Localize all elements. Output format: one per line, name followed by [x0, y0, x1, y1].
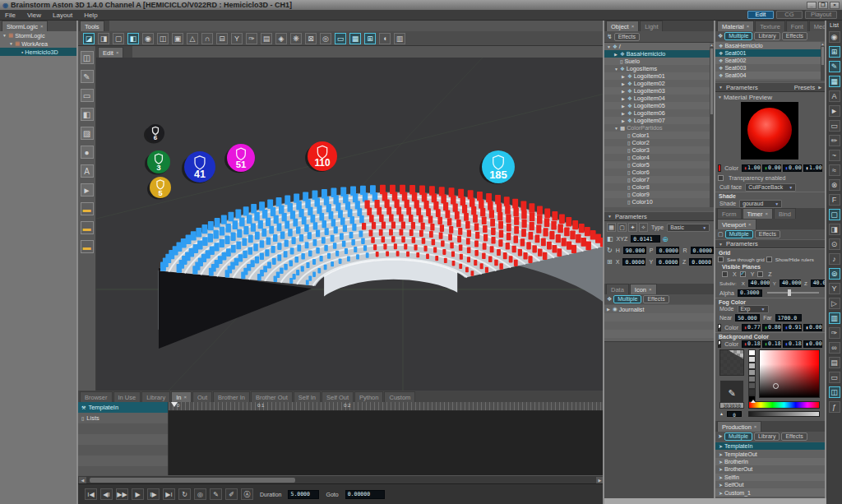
scrollbar-thumb[interactable] [710, 49, 713, 114]
region-select-tool-icon[interactable]: ▣ [172, 33, 183, 44]
alpha-gradient-bar[interactable] [748, 411, 820, 417]
value-field[interactable]: 0.3000 [738, 289, 762, 297]
play-circle-icon[interactable]: ▷ [829, 298, 840, 309]
sidebar-item-hemiciclo3d[interactable]: ▪Hemiciclo3D [0, 48, 76, 56]
camera-icon[interactable]: ◨ [829, 224, 840, 235]
sequencer-tool-icon[interactable]: ▥ [394, 33, 405, 44]
production-item-selfout[interactable]: ➤SelfOut [715, 481, 825, 488]
minimize-button[interactable]: _ [807, 2, 817, 9]
key-icon[interactable]: ⊙ [829, 238, 840, 250]
material-item-basahemiciclo[interactable]: ❖BasaHemiciclo [715, 42, 825, 49]
chevron-right-icon[interactable]: ▶ [622, 81, 627, 86]
chevron-right-icon[interactable]: ▶ [622, 89, 627, 94]
object-item-color8[interactable]: ▯Color8 [604, 183, 714, 191]
object-item-logoitem01[interactable]: ▶❖LogoItem01 [604, 72, 714, 80]
party-badge[interactable]: 110 [305, 141, 337, 172]
value-field[interactable]: ▮1.00 [803, 164, 822, 172]
checkbox[interactable] [722, 271, 728, 277]
path3d-icon[interactable]: ~ [829, 150, 840, 161]
tab-light[interactable]: Light [640, 21, 663, 31]
chevron-right-icon[interactable]: ▶ [614, 52, 620, 57]
chip-effects[interactable]: Effects [781, 432, 807, 441]
object-item-logoitem07[interactable]: ▶❖LogoItem07 [604, 117, 714, 124]
fast-forward-button[interactable]: ▶▶ [116, 488, 128, 500]
close-button[interactable]: × [830, 2, 840, 9]
balloon-icon[interactable]: ✏ [829, 135, 840, 146]
chip-multiple[interactable]: Multiple [725, 230, 753, 238]
material-item-seat003[interactable]: ❖Seat003 [715, 64, 825, 72]
music-icon[interactable]: ♪ [829, 253, 840, 265]
goto-field[interactable]: 0.00000 [345, 490, 385, 499]
duplicate-tool-icon[interactable]: ◨ [98, 33, 109, 44]
fog-swatch[interactable] [718, 324, 721, 331]
object-item-color1[interactable]: ▯Color1 [604, 132, 714, 139]
value-field[interactable]: 90.000 [623, 247, 646, 254]
saturation-value-box[interactable] [759, 349, 820, 398]
checkbox[interactable] [766, 257, 772, 262]
timeline-scrollbar[interactable]: ◀ ▶ [78, 475, 604, 483]
text-icon[interactable]: A [829, 90, 840, 102]
rotate-tool-icon[interactable]: ◉ [142, 33, 154, 44]
splitter[interactable] [603, 21, 604, 504]
swatch-cell[interactable] [748, 369, 756, 376]
swatch-cell[interactable] [748, 382, 756, 389]
object-item-logoitem04[interactable]: ▶❖LogoItem04 [604, 95, 714, 102]
swatch-cell[interactable] [748, 389, 756, 395]
tab-tl-brother-out[interactable]: Brother Out [251, 391, 293, 402]
chip-library[interactable]: Library [754, 32, 780, 40]
collapse-icon[interactable]: ▼ [718, 95, 722, 99]
value-field[interactable]: ▮0.91 [783, 324, 802, 331]
party-badge[interactable]: 6 [144, 124, 164, 143]
transform-tool-icon[interactable]: ✦ [628, 223, 637, 232]
timeline-row-lists[interactable]: ▯Lists [78, 413, 168, 423]
checkbox[interactable] [718, 257, 724, 262]
scrollbar-thumb[interactable] [821, 47, 824, 65]
timeline-canvas[interactable] [169, 411, 604, 475]
cube-3d-tool-icon[interactable]: ◈ [275, 33, 287, 44]
loop-button[interactable]: ↻ [178, 488, 191, 500]
close-icon[interactable]: × [765, 211, 768, 216]
value-field[interactable]: 50.000 [735, 314, 760, 321]
tab-tl-in[interactable]: In× [171, 391, 192, 402]
party-badge[interactable]: 41 [182, 151, 215, 183]
collapse-icon[interactable]: ▼ [608, 214, 612, 219]
party-badge[interactable]: 5 [147, 177, 171, 199]
tab-object[interactable]: Object× [606, 21, 639, 31]
value-field[interactable]: 0.0000 [691, 247, 714, 254]
object-item-color9[interactable]: ▯Color9 [604, 191, 714, 198]
book-icon[interactable]: ◫ [81, 51, 94, 64]
value-field[interactable]: ▮0.00 [783, 164, 802, 172]
chip-multiple[interactable]: Multiple [724, 432, 752, 441]
value-field[interactable]: 40.000 [748, 280, 770, 287]
timeline-row-templatein[interactable]: ⚒TemplateIn [78, 402, 168, 413]
alpha-value-field[interactable]: 0 [727, 411, 742, 417]
type-dropdown[interactable]: Basic▼ [667, 224, 710, 232]
folder-icon[interactable]: ▭ [829, 372, 840, 383]
timer-icon[interactable]: ⊚ [829, 268, 840, 280]
tab-edit[interactable]: Edit× [98, 47, 123, 58]
value-field[interactable]: ▮0.77 [742, 324, 761, 331]
close-icon[interactable]: × [632, 24, 635, 29]
tab-tl-self-out[interactable]: Self Out [322, 391, 354, 402]
tab-icon[interactable]: Icon× [630, 284, 657, 294]
menu-file[interactable]: File [5, 12, 16, 19]
image-tool-icon[interactable]: ▦ [349, 33, 361, 44]
chip-multiple[interactable]: Multiple [613, 295, 641, 303]
chevron-right-icon[interactable]: ▶ [622, 111, 627, 116]
swatch-cell[interactable] [748, 376, 756, 382]
transform-box-tool-icon[interactable]: ⊠ [305, 33, 317, 44]
monitor-icon[interactable]: ▢ [829, 209, 840, 220]
value-field[interactable]: ▮0.18 [742, 340, 761, 348]
close-icon[interactable]: × [183, 395, 187, 400]
object-item-color10[interactable]: ▯Color10 [604, 198, 714, 206]
chevron-down-icon[interactable]: ▼ [607, 44, 613, 49]
brush2-icon[interactable]: ✑ [829, 327, 840, 339]
duration-field[interactable]: 5.0000 [288, 490, 319, 499]
production-item-templateout[interactable]: ➤TemplateOut [715, 450, 825, 457]
material-item-seat001[interactable]: ❖Seat001 [715, 49, 825, 57]
object-item-logoitem05[interactable]: ▶❖LogoItem05 [604, 102, 714, 109]
slider-thumb[interactable] [788, 289, 791, 296]
swatch-cell[interactable] [748, 356, 756, 363]
path2d-icon[interactable]: ≈ [829, 164, 840, 176]
chevron-right-icon[interactable]: ▶ [607, 307, 613, 312]
